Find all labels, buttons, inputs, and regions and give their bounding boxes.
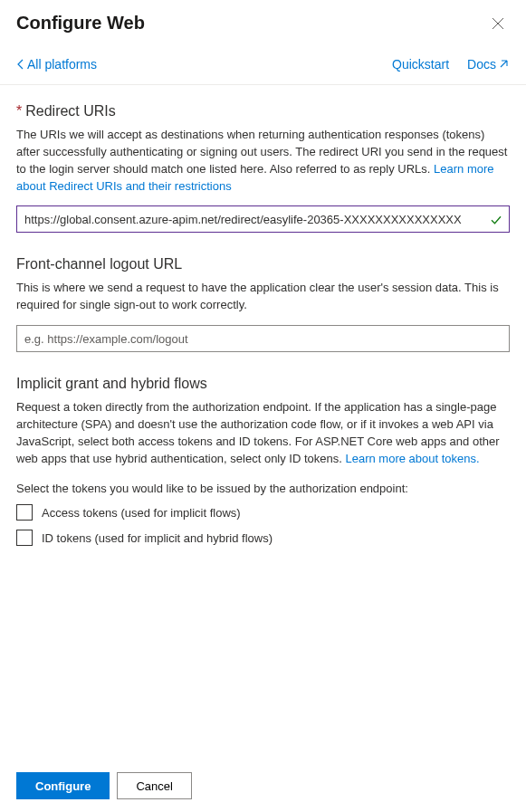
content-area: *Redirect URIs The URIs we will accept a…: [0, 85, 526, 759]
redirect-uri-input[interactable]: [16, 205, 510, 233]
configure-button[interactable]: Configure: [16, 772, 110, 799]
external-link-icon: [499, 59, 510, 70]
id-tokens-label: ID tokens (used for implicit and hybrid …: [42, 531, 273, 545]
redirect-uris-desc: The URIs we will accept as destinations …: [16, 127, 510, 195]
logout-url-title: Front-channel logout URL: [16, 256, 510, 272]
panel-title: Configure Web: [16, 13, 145, 33]
access-tokens-label: Access tokens (used for implicit flows): [42, 506, 241, 520]
close-icon: [492, 17, 504, 30]
redirect-uris-title: *Redirect URIs: [16, 103, 510, 119]
access-tokens-checkbox[interactable]: [16, 504, 33, 521]
checkmark-icon: [490, 213, 502, 227]
quickstart-link[interactable]: Quickstart: [392, 57, 449, 72]
tokens-learn-more-link[interactable]: Learn more about tokens.: [346, 452, 480, 465]
logout-url-section: Front-channel logout URL This is where w…: [16, 256, 510, 352]
id-tokens-checkbox[interactable]: [16, 530, 33, 546]
docs-link-label: Docs: [467, 57, 496, 72]
footer: Configure Cancel: [0, 759, 526, 812]
logout-url-desc: This is where we send a request to have …: [16, 280, 510, 314]
implicit-grant-title: Implicit grant and hybrid flows: [16, 376, 510, 392]
id-tokens-checkbox-row[interactable]: ID tokens (used for implicit and hybrid …: [16, 530, 510, 546]
subheader-right: Quickstart Docs: [392, 57, 510, 72]
required-star-icon: *: [16, 103, 22, 119]
subheader: All platforms Quickstart Docs: [0, 41, 526, 85]
redirect-uris-section: *Redirect URIs The URIs we will accept a…: [16, 103, 510, 233]
back-all-platforms-link[interactable]: All platforms: [16, 57, 97, 72]
cancel-button[interactable]: Cancel: [117, 772, 191, 799]
panel-header: Configure Web: [0, 0, 526, 41]
logout-url-input[interactable]: [16, 325, 510, 352]
redirect-uri-input-row: [16, 205, 510, 233]
implicit-grant-section: Implicit grant and hybrid flows Request …: [16, 376, 510, 546]
back-link-label: All platforms: [27, 57, 97, 72]
close-button[interactable]: [488, 14, 508, 33]
implicit-grant-desc: Request a token directly from the author…: [16, 399, 510, 467]
docs-link[interactable]: Docs: [467, 57, 510, 72]
chevron-left-icon: [16, 59, 25, 70]
tokens-prompt: Select the tokens you would like to be i…: [16, 482, 510, 495]
access-tokens-checkbox-row[interactable]: Access tokens (used for implicit flows): [16, 504, 510, 521]
